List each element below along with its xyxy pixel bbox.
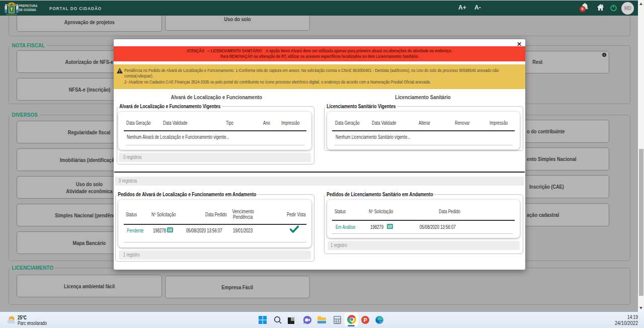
svg-text:P: P — [364, 317, 367, 323]
